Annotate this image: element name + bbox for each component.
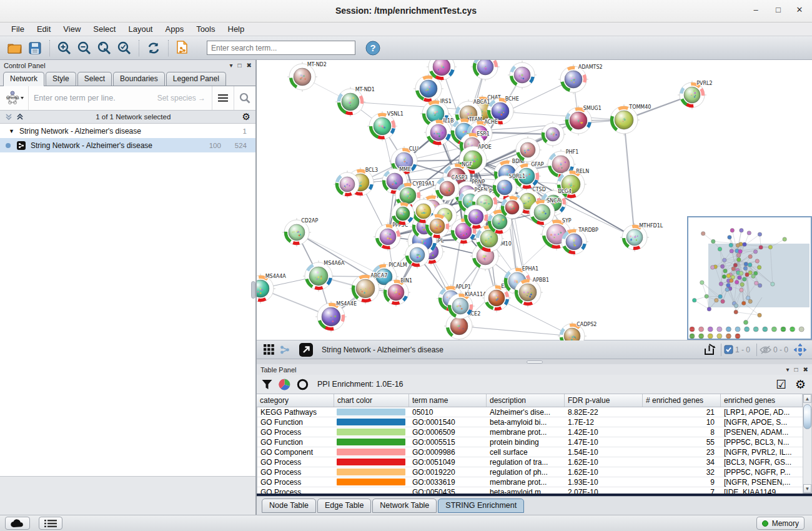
scroll-up-arrow[interactable]: ▲ bbox=[803, 394, 811, 403]
table-row[interactable]: GO ComponentGO:0009986cell surface1.54E-… bbox=[257, 447, 803, 457]
memory-button[interactable]: Memory bbox=[756, 517, 805, 530]
filter-icon[interactable] bbox=[262, 379, 272, 390]
term-input[interactable]: Enter one term per line. bbox=[29, 94, 157, 102]
horizontal-splitter[interactable] bbox=[257, 359, 812, 364]
column-header-category[interactable]: category bbox=[257, 394, 334, 407]
menu-item-tools[interactable]: Tools bbox=[191, 23, 220, 35]
table-row[interactable]: KEGG Pathways05010Alzheimer's dise...8.8… bbox=[257, 407, 803, 417]
maximize-button[interactable]: □ bbox=[770, 5, 787, 17]
menu-item-layout[interactable]: Layout bbox=[123, 23, 157, 35]
node-MTHFD1L[interactable]: MTHFD1L bbox=[620, 223, 663, 252]
copy-network-button[interactable] bbox=[173, 39, 193, 57]
zoom-fit-button[interactable] bbox=[94, 39, 114, 57]
search-input[interactable] bbox=[207, 41, 355, 55]
tab-string-enrichment[interactable]: STRING Enrichment bbox=[438, 499, 524, 513]
navigator-toggle-button[interactable] bbox=[792, 342, 808, 357]
column-header--enriched-genes[interactable]: # enriched genes bbox=[643, 394, 721, 407]
tab-network[interactable]: Network bbox=[3, 72, 44, 86]
panel-splitter-handle[interactable] bbox=[251, 281, 255, 299]
menu-item-view[interactable]: View bbox=[58, 23, 86, 35]
string-protein-query-dropdown[interactable]: STRING bbox=[0, 86, 29, 110]
zoom-selected-button[interactable] bbox=[114, 39, 134, 57]
panel-float-icon[interactable]: □ bbox=[238, 62, 242, 69]
panel-float-icon[interactable]: □ bbox=[795, 366, 798, 373]
expand-all-icon[interactable] bbox=[16, 113, 24, 121]
tab-select[interactable]: Select bbox=[77, 72, 112, 86]
birdseye-navigator[interactable] bbox=[687, 216, 812, 340]
table-row[interactable]: GO ProcessGO:0006509membrane prot...1.42… bbox=[257, 427, 803, 437]
node-PPP5C[interactable]: PPP5C bbox=[374, 222, 408, 252]
zoom-out-button[interactable] bbox=[74, 39, 94, 57]
node-MS4A4E[interactable]: MS4A4E bbox=[315, 301, 357, 333]
network-canvas[interactable]: MT-ND2MT-ND1VSNL1GAB2IRS1CD2APMS4A6AMS4A… bbox=[257, 60, 812, 340]
table-row[interactable]: GO FunctionGO:0005515protein binding1.47… bbox=[257, 437, 803, 447]
tab-node-table[interactable]: Node Table bbox=[262, 499, 316, 513]
node-unlabeled[interactable] bbox=[540, 121, 566, 147]
help-button[interactable]: ? bbox=[363, 39, 383, 57]
table-vertical-scrollbar[interactable]: ▲ ▼ bbox=[803, 394, 812, 494]
node-CADPS2[interactable]: CADPS2 bbox=[558, 322, 597, 341]
tab-network-table[interactable]: Network Table bbox=[372, 499, 437, 513]
panel-close-icon[interactable]: ✖ bbox=[247, 62, 252, 69]
node-unlabeled[interactable] bbox=[508, 61, 537, 89]
node-ADAMTS2[interactable]: ADAMTS2 bbox=[558, 64, 603, 95]
open-in-window-button[interactable] bbox=[298, 342, 314, 357]
task-list-button[interactable] bbox=[39, 517, 62, 530]
cell-description: regulation of tra... bbox=[487, 457, 565, 467]
cell-genes: [NGFR, PSENEN,... bbox=[721, 477, 803, 487]
node-MS4A4A[interactable]: MS4A4A bbox=[257, 274, 286, 304]
scroll-thumb[interactable] bbox=[803, 404, 811, 429]
panel-close-icon[interactable]: ✖ bbox=[803, 366, 808, 373]
table-row[interactable]: GO FunctionGO:0001540beta-amyloid bi...1… bbox=[257, 417, 803, 427]
minimize-button[interactable]: – bbox=[747, 5, 765, 17]
panel-menu-icon[interactable]: ▾ bbox=[230, 62, 233, 69]
export-network-button[interactable] bbox=[702, 342, 718, 357]
column-header-description[interactable]: description bbox=[487, 394, 565, 407]
node-MT-ND1[interactable]: MT-ND1 bbox=[335, 87, 375, 117]
network-options-gear-icon[interactable]: ⚙ bbox=[242, 111, 250, 122]
column-header-chart-color[interactable]: chart color bbox=[334, 394, 409, 407]
close-button[interactable]: ✕ bbox=[791, 5, 808, 17]
network-row[interactable]: String Network - Alzheimer's disease1005… bbox=[0, 138, 255, 152]
node-PVRL2[interactable]: PVRL2 bbox=[678, 81, 713, 110]
column-header-FDR-p-value[interactable]: FDR p-value bbox=[565, 394, 643, 407]
select-checkbox-icon[interactable]: ☑ bbox=[776, 377, 786, 392]
menu-item-select[interactable]: Select bbox=[88, 23, 121, 35]
cell-fdr: 8.82E-22 bbox=[565, 407, 643, 417]
menu-item-apps[interactable]: Apps bbox=[161, 23, 189, 35]
table-row[interactable]: GO ProcessGO:0051049regulation of tra...… bbox=[257, 457, 803, 467]
tab-edge-table[interactable]: Edge Table bbox=[317, 499, 371, 513]
node-unlabeled[interactable] bbox=[471, 60, 500, 81]
tab-style[interactable]: Style bbox=[46, 72, 76, 86]
tab-legend-panel[interactable]: Legend Panel bbox=[166, 72, 226, 86]
share-network-button[interactable] bbox=[277, 342, 293, 357]
zoom-in-button[interactable] bbox=[54, 39, 74, 57]
query-options-button[interactable] bbox=[212, 86, 234, 110]
grid-view-button[interactable] bbox=[260, 342, 277, 357]
save-session-button[interactable] bbox=[25, 39, 45, 57]
open-session-button[interactable] bbox=[5, 39, 25, 57]
column-header-enriched-genes[interactable]: enriched genes bbox=[721, 394, 803, 407]
node-MT-ND2[interactable]: MT-ND2 bbox=[287, 62, 327, 92]
node-VSNL1[interactable]: VSNL1 bbox=[367, 111, 404, 142]
table-row[interactable]: GO ProcessGO:0033619membrane prot...1.93… bbox=[257, 477, 803, 487]
column-header-term-name[interactable]: term name bbox=[409, 394, 487, 407]
cloud-tasks-button[interactable] bbox=[5, 517, 30, 530]
menu-item-help[interactable]: Help bbox=[223, 23, 250, 35]
table-row[interactable]: GO ProcessGO:0019220regulation of ph...1… bbox=[257, 467, 803, 477]
table-row[interactable]: GO ProcessGO:0050435beta-amyloid m...2.0… bbox=[257, 487, 803, 494]
scroll-down-arrow[interactable]: ▼ bbox=[803, 484, 811, 493]
menu-item-edit[interactable]: Edit bbox=[32, 23, 56, 35]
expander-icon[interactable]: ▼ bbox=[9, 128, 14, 134]
node-TOMM40[interactable]: TOMM40 bbox=[608, 104, 651, 136]
query-search-button[interactable] bbox=[234, 86, 255, 110]
network-collection-row[interactable]: ▼String Network - Alzheimer's disease1 bbox=[0, 124, 255, 138]
collapse-all-icon[interactable] bbox=[5, 113, 13, 121]
panel-menu-icon[interactable]: ▾ bbox=[786, 366, 790, 373]
settings-gear-icon[interactable]: ⚙ bbox=[795, 377, 806, 392]
ring-chart-icon[interactable] bbox=[297, 379, 309, 390]
menu-item-file[interactable]: File bbox=[6, 23, 29, 35]
pie-chart-icon[interactable] bbox=[279, 379, 290, 390]
refresh-button[interactable] bbox=[144, 39, 164, 57]
tab-boundaries[interactable]: Boundaries bbox=[113, 72, 165, 86]
